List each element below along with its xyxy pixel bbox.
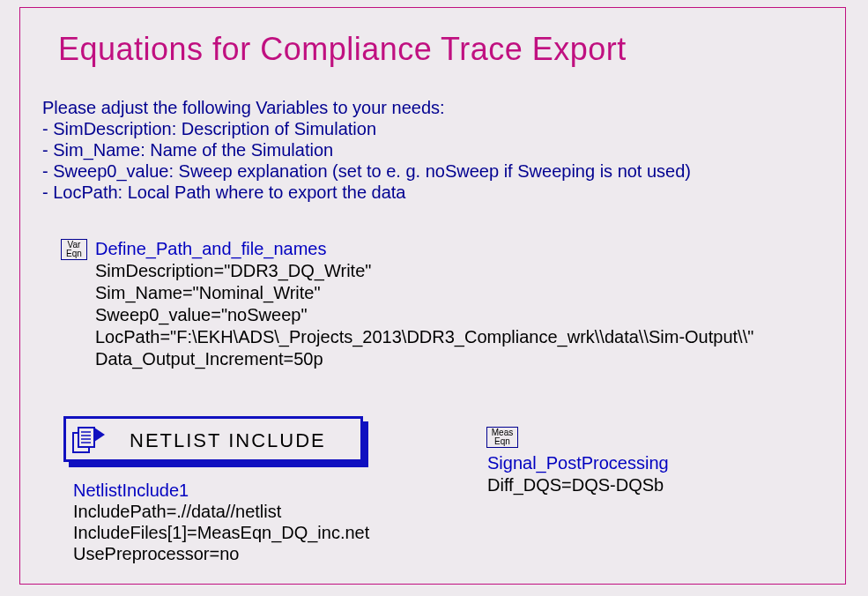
intro-line: - LocPath: Local Path where to export th… bbox=[42, 182, 691, 203]
meas-eqn-icon-line: Eqn bbox=[487, 437, 517, 446]
netlist-include-line: UsePreprocessor=no bbox=[73, 543, 369, 564]
meas-eqn-line: Diff_DQS=DQS-DQSb bbox=[487, 474, 669, 496]
var-eqn-line: Sweep0_value="noSweep" bbox=[95, 304, 753, 326]
intro-line: - Sweep0_value: Sweep explanation (set t… bbox=[42, 160, 691, 182]
intro-line: - SimDescription: Description of Simulat… bbox=[42, 118, 691, 139]
netlist-include-block: NetlistInclude1 IncludePath=.//data//net… bbox=[73, 480, 369, 564]
svg-marker-6 bbox=[94, 428, 105, 442]
meas-eqn-block: Signal_PostProcessing Diff_DQS=DQS-DQSb bbox=[487, 452, 669, 496]
netlist-include-box: NETLIST INCLUDE bbox=[63, 416, 363, 462]
meas-eqn-icon: Meas Eqn bbox=[486, 427, 518, 448]
meas-eqn-header: Signal_PostProcessing bbox=[487, 452, 669, 474]
var-eqn-icon: Var Eqn bbox=[61, 239, 87, 260]
netlist-include-icon bbox=[71, 424, 108, 454]
netlist-include-label: NETLIST INCLUDE bbox=[130, 429, 326, 452]
var-eqn-header: Define_Path_and_file_names bbox=[95, 238, 753, 260]
page-title: Equations for Compliance Trace Export bbox=[58, 31, 627, 68]
var-eqn-block: Define_Path_and_file_names SimDescriptio… bbox=[95, 238, 753, 370]
netlist-include-line: IncludePath=.//data//netlist bbox=[73, 501, 369, 522]
intro-line: - Sim_Name: Name of the Simulation bbox=[42, 139, 691, 160]
var-eqn-line: Data_Output_Increment=50p bbox=[95, 348, 753, 370]
intro-line: Please adjust the following Variables to… bbox=[42, 97, 691, 118]
var-eqn-line: Sim_Name="Nominal_Write" bbox=[95, 282, 753, 304]
netlist-include-line: IncludeFiles[1]=MeasEqn_DQ_inc.net bbox=[73, 522, 369, 543]
netlist-include-header: NetlistInclude1 bbox=[73, 480, 369, 501]
intro-text: Please adjust the following Variables to… bbox=[42, 97, 691, 203]
svg-rect-1 bbox=[78, 428, 94, 447]
var-eqn-icon-line: Eqn bbox=[62, 250, 86, 258]
var-eqn-line: LocPath="F:\EKH\ADS\_Projects_2013\DDR3_… bbox=[95, 326, 753, 348]
var-eqn-line: SimDescription="DDR3_DQ_Write" bbox=[95, 260, 753, 282]
